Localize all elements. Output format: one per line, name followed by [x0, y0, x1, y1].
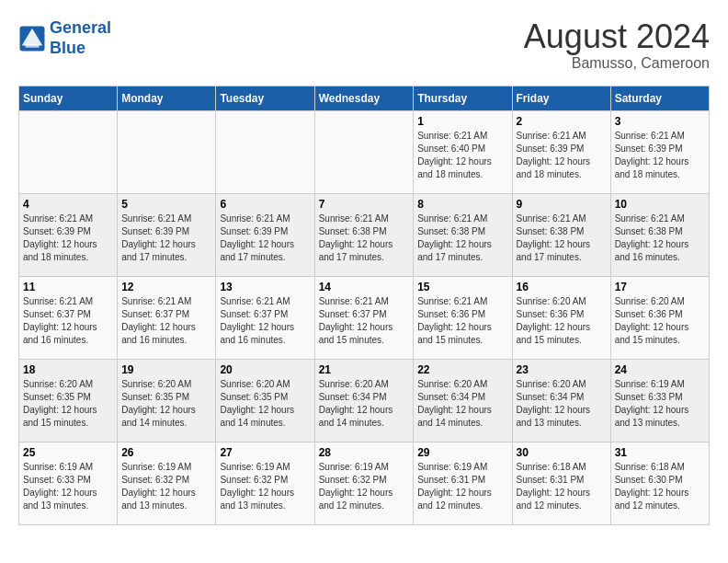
day-number: 8 [417, 198, 507, 211]
day-info: Sunrise: 6:19 AM Sunset: 6:33 PM Dayligh… [23, 461, 113, 512]
week-row-5: 25Sunrise: 6:19 AM Sunset: 6:33 PM Dayli… [19, 442, 710, 524]
day-info: Sunrise: 6:20 AM Sunset: 6:35 PM Dayligh… [220, 378, 310, 430]
calendar-subtitle: Bamusso, Cameroon [524, 55, 710, 72]
day-number: 2 [517, 115, 607, 128]
day-number: 31 [615, 446, 705, 459]
day-info: Sunrise: 6:21 AM Sunset: 6:38 PM Dayligh… [319, 213, 410, 264]
week-row-1: 1Sunrise: 6:21 AM Sunset: 6:40 PM Daylig… [19, 110, 710, 193]
calendar-table: SundayMondayTuesdayWednesdayThursdayFrid… [18, 86, 710, 525]
logo-icon [18, 25, 46, 52]
day-header-thursday: Thursday [414, 86, 512, 110]
day-number: 27 [220, 446, 310, 459]
day-number: 19 [121, 363, 211, 376]
day-number: 16 [517, 281, 607, 293]
day-info: Sunrise: 6:21 AM Sunset: 6:39 PM Dayligh… [121, 213, 211, 264]
day-number: 21 [319, 363, 410, 376]
page-header: General Blue August 2024 Bamusso, Camero… [18, 18, 710, 72]
day-header-saturday: Saturday [610, 86, 709, 110]
day-cell: 27Sunrise: 6:19 AM Sunset: 6:32 PM Dayli… [216, 442, 314, 524]
day-number: 14 [319, 281, 410, 293]
day-number: 25 [23, 446, 113, 459]
day-number: 13 [220, 281, 310, 293]
day-cell [314, 110, 414, 193]
day-cell [19, 110, 118, 193]
day-info: Sunrise: 6:20 AM Sunset: 6:34 PM Dayligh… [517, 378, 607, 430]
day-cell: 7Sunrise: 6:21 AM Sunset: 6:38 PM Daylig… [314, 193, 414, 276]
day-cell: 29Sunrise: 6:19 AM Sunset: 6:31 PM Dayli… [414, 442, 512, 524]
day-cell: 21Sunrise: 6:20 AM Sunset: 6:34 PM Dayli… [314, 359, 414, 442]
day-cell: 8Sunrise: 6:21 AM Sunset: 6:38 PM Daylig… [414, 193, 512, 276]
day-cell: 20Sunrise: 6:20 AM Sunset: 6:35 PM Dayli… [216, 359, 314, 442]
day-info: Sunrise: 6:21 AM Sunset: 6:39 PM Dayligh… [23, 213, 113, 264]
day-info: Sunrise: 6:18 AM Sunset: 6:31 PM Dayligh… [517, 461, 607, 512]
day-number: 30 [517, 446, 607, 459]
day-cell: 5Sunrise: 6:21 AM Sunset: 6:39 PM Daylig… [118, 193, 216, 276]
day-number: 5 [121, 198, 211, 211]
day-info: Sunrise: 6:20 AM Sunset: 6:36 PM Dayligh… [615, 295, 705, 347]
day-number: 9 [517, 198, 607, 211]
day-info: Sunrise: 6:19 AM Sunset: 6:31 PM Dayligh… [417, 461, 507, 512]
logo-line2: Blue [50, 39, 85, 57]
day-cell: 13Sunrise: 6:21 AM Sunset: 6:37 PM Dayli… [216, 276, 314, 359]
day-number: 10 [615, 198, 705, 211]
day-header-monday: Monday [118, 86, 216, 110]
day-number: 20 [220, 363, 310, 376]
day-info: Sunrise: 6:21 AM Sunset: 6:37 PM Dayligh… [319, 295, 410, 347]
day-cell: 1Sunrise: 6:21 AM Sunset: 6:40 PM Daylig… [414, 110, 512, 193]
day-info: Sunrise: 6:21 AM Sunset: 6:37 PM Dayligh… [121, 295, 211, 347]
day-header-tuesday: Tuesday [216, 86, 314, 110]
day-cell: 11Sunrise: 6:21 AM Sunset: 6:37 PM Dayli… [19, 276, 118, 359]
day-header-sunday: Sunday [19, 86, 118, 110]
day-cell: 3Sunrise: 6:21 AM Sunset: 6:39 PM Daylig… [610, 110, 709, 193]
day-info: Sunrise: 6:21 AM Sunset: 6:39 PM Dayligh… [220, 213, 310, 264]
calendar-title: August 2024 [524, 18, 710, 55]
day-info: Sunrise: 6:19 AM Sunset: 6:32 PM Dayligh… [319, 461, 410, 512]
day-info: Sunrise: 6:21 AM Sunset: 6:40 PM Dayligh… [417, 130, 507, 181]
day-number: 17 [615, 281, 705, 293]
day-cell: 10Sunrise: 6:21 AM Sunset: 6:38 PM Dayli… [610, 193, 709, 276]
day-cell: 25Sunrise: 6:19 AM Sunset: 6:33 PM Dayli… [19, 442, 118, 524]
day-info: Sunrise: 6:20 AM Sunset: 6:34 PM Dayligh… [417, 378, 507, 430]
day-info: Sunrise: 6:20 AM Sunset: 6:35 PM Dayligh… [121, 378, 211, 430]
day-number: 26 [121, 446, 211, 459]
day-info: Sunrise: 6:19 AM Sunset: 6:32 PM Dayligh… [220, 461, 310, 512]
day-number: 1 [417, 115, 507, 128]
day-cell: 2Sunrise: 6:21 AM Sunset: 6:39 PM Daylig… [512, 110, 610, 193]
day-info: Sunrise: 6:18 AM Sunset: 6:30 PM Dayligh… [615, 461, 705, 512]
day-cell: 31Sunrise: 6:18 AM Sunset: 6:30 PM Dayli… [610, 442, 709, 524]
day-info: Sunrise: 6:21 AM Sunset: 6:38 PM Dayligh… [417, 213, 507, 264]
day-cell: 17Sunrise: 6:20 AM Sunset: 6:36 PM Dayli… [610, 276, 709, 359]
logo-line1: General [50, 18, 111, 37]
week-row-4: 18Sunrise: 6:20 AM Sunset: 6:35 PM Dayli… [19, 359, 710, 442]
day-header-friday: Friday [512, 86, 610, 110]
day-cell: 18Sunrise: 6:20 AM Sunset: 6:35 PM Dayli… [19, 359, 118, 442]
day-cell: 24Sunrise: 6:19 AM Sunset: 6:33 PM Dayli… [610, 359, 709, 442]
day-cell: 6Sunrise: 6:21 AM Sunset: 6:39 PM Daylig… [216, 193, 314, 276]
day-cell: 28Sunrise: 6:19 AM Sunset: 6:32 PM Dayli… [314, 442, 414, 524]
logo-text: General Blue [50, 18, 111, 58]
day-cell: 12Sunrise: 6:21 AM Sunset: 6:37 PM Dayli… [118, 276, 216, 359]
day-number: 11 [23, 281, 113, 293]
title-block: August 2024 Bamusso, Cameroon [524, 18, 710, 72]
day-number: 28 [319, 446, 410, 459]
day-cell [216, 110, 314, 193]
day-cell: 15Sunrise: 6:21 AM Sunset: 6:36 PM Dayli… [414, 276, 512, 359]
day-info: Sunrise: 6:20 AM Sunset: 6:35 PM Dayligh… [23, 378, 113, 430]
day-cell: 30Sunrise: 6:18 AM Sunset: 6:31 PM Dayli… [512, 442, 610, 524]
day-number: 4 [23, 198, 113, 211]
day-number: 6 [220, 198, 310, 211]
day-number: 29 [417, 446, 507, 459]
day-info: Sunrise: 6:21 AM Sunset: 6:38 PM Dayligh… [517, 213, 607, 264]
day-info: Sunrise: 6:20 AM Sunset: 6:34 PM Dayligh… [319, 378, 410, 430]
day-cell: 23Sunrise: 6:20 AM Sunset: 6:34 PM Dayli… [512, 359, 610, 442]
day-header-wednesday: Wednesday [314, 86, 414, 110]
day-cell: 26Sunrise: 6:19 AM Sunset: 6:32 PM Dayli… [118, 442, 216, 524]
day-info: Sunrise: 6:21 AM Sunset: 6:38 PM Dayligh… [615, 213, 705, 264]
day-cell [118, 110, 216, 193]
week-row-3: 11Sunrise: 6:21 AM Sunset: 6:37 PM Dayli… [19, 276, 710, 359]
day-number: 22 [417, 363, 507, 376]
day-cell: 16Sunrise: 6:20 AM Sunset: 6:36 PM Dayli… [512, 276, 610, 359]
logo: General Blue [18, 18, 111, 58]
week-row-2: 4Sunrise: 6:21 AM Sunset: 6:39 PM Daylig… [19, 193, 710, 276]
day-number: 7 [319, 198, 410, 211]
